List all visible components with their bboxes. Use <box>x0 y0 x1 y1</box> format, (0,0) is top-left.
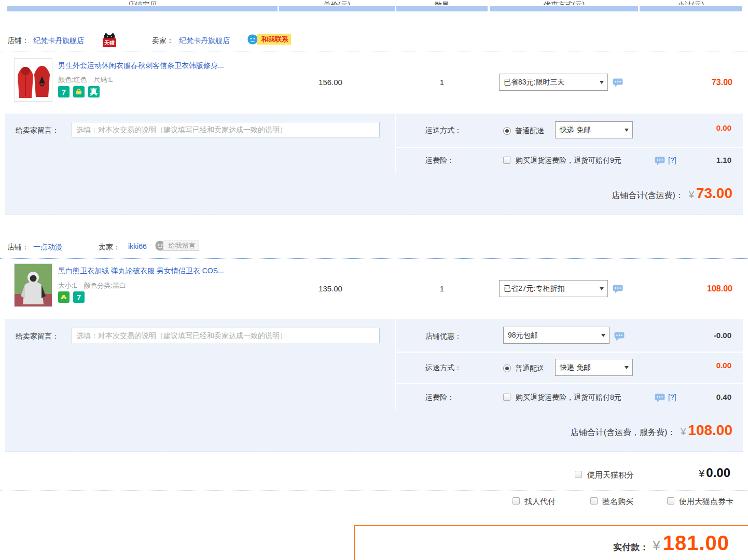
shipping-option-select[interactable]: 快递 免邮 <box>555 121 633 138</box>
footer-divider <box>0 490 748 491</box>
anonymous-purchase-checkbox[interactable] <box>590 497 598 505</box>
standard-delivery-radio[interactable] <box>503 127 511 135</box>
product-sku: 颜色:红色 尺码:L <box>58 75 113 85</box>
line-subtotal: 73.00 <box>643 78 732 87</box>
tmall-points-label: 使用天猫积分 <box>587 470 634 480</box>
promo-chat-icon[interactable] <box>614 332 625 341</box>
promo-price: -0.00 <box>643 331 731 340</box>
standard-delivery-text: 普通配送 <box>515 364 544 373</box>
payment-amount: 181.00 <box>663 531 729 555</box>
shop-name-link[interactable]: 一点动漫 <box>33 243 62 252</box>
header-underline-bar <box>279 6 395 11</box>
payment-label: 实付款： <box>613 541 648 553</box>
tmall-voucher-label: 使用天猫点券卡 <box>679 497 733 507</box>
red-hoodie-image <box>15 59 52 101</box>
standard-delivery-text: 普通配送 <box>515 127 544 136</box>
tmall-points-amount: 0.00 <box>706 466 730 480</box>
column-header-quantity: 数量 <box>396 0 488 5</box>
currency-symbol: ¥ <box>699 468 704 480</box>
checkout-page: 店铺宝贝 单价(元) 数量 优惠方式(元) 小计(元) 店铺： 纪梵卡丹旗舰店 … <box>0 0 748 560</box>
shop-name-link[interactable]: 纪梵卡丹旗舰店 <box>33 36 84 46</box>
header-underline-bar <box>490 6 638 11</box>
column-header-unit-price: 单价(元) <box>279 0 395 5</box>
consumer-protection-leaf-icon <box>58 291 70 303</box>
shipping-price: 0.00 <box>643 361 731 370</box>
discount-chat-icon[interactable] <box>613 285 623 293</box>
discount-select[interactable]: 已省83元:限时三天 <box>499 74 608 91</box>
currency-symbol: ¥ <box>681 427 686 438</box>
panel-divider <box>395 114 396 173</box>
column-header-discount: 优惠方式(元) <box>490 0 638 5</box>
chevron-down-icon <box>625 366 629 369</box>
store-total-amount: 108.00 <box>688 422 732 439</box>
seller-name-link[interactable]: ikki66 <box>128 242 147 250</box>
store-promo-label: 店铺优惠： <box>425 332 462 341</box>
pay-for-me-checkbox[interactable] <box>512 497 520 505</box>
product-thumbnail[interactable] <box>14 58 52 102</box>
shipping-price: 0.00 <box>643 123 731 132</box>
service-badges: 7 <box>58 291 88 303</box>
seven-day-return-icon: 7 <box>73 291 85 303</box>
service-badges: 7 真 <box>58 86 103 97</box>
chevron-down-icon <box>600 81 604 84</box>
tmall-voucher-checkbox[interactable] <box>667 497 674 505</box>
product-thumbnail[interactable] <box>14 263 52 307</box>
discount-chat-icon[interactable] <box>613 78 623 87</box>
insurance-price: 0.40 <box>643 393 731 401</box>
contact-seller-button[interactable]: 和我联系 <box>257 34 291 45</box>
anonymous-purchase-label: 匿名购买 <box>602 497 633 507</box>
chevron-down-icon <box>600 287 604 290</box>
standard-delivery-radio[interactable] <box>503 365 511 372</box>
row-divider <box>396 383 743 384</box>
section-divider <box>0 51 748 51</box>
seller-name-link[interactable]: 纪梵卡丹旗舰店 <box>179 36 230 46</box>
seller-message-input[interactable] <box>72 328 380 343</box>
genuine-goods-icon: 真 <box>88 86 100 97</box>
tmall-points-checkbox[interactable] <box>575 471 582 478</box>
unit-price: 135.00 <box>284 284 377 293</box>
store-end-divider <box>5 452 743 452</box>
product-title-link[interactable]: 黑白熊卫衣加绒 弹丸论破衣服 男女情侣卫衣 COS... <box>58 267 224 276</box>
freight-insurance-text: 购买退货运费险，退货可赔付9元 <box>516 156 621 165</box>
section-divider <box>0 258 748 259</box>
pay-for-me-label: 找人代付 <box>524 497 556 507</box>
currency-symbol: ¥ <box>689 190 694 201</box>
product-sku: 大小:L 颜色分类:黑白 <box>58 281 126 290</box>
payment-total-group: 实付款： ¥ 181.00 <box>519 531 729 555</box>
freight-insurance-checkbox[interactable] <box>503 394 510 401</box>
header-underline-bar <box>396 6 488 11</box>
column-header-subtotal: 小计(元) <box>640 0 742 5</box>
seller-label: 卖家： <box>152 36 174 46</box>
store-total-label: 店铺合计(含运费)： <box>612 190 684 201</box>
freight-insurance-label: 运费险： <box>425 156 454 165</box>
unit-price: 156.00 <box>284 78 377 87</box>
wangwang-online-icon[interactable] <box>247 34 258 45</box>
shipping-method-label: 运送方式： <box>425 363 462 373</box>
row-divider <box>396 147 743 148</box>
seller-message-label: 给卖家留言： <box>16 126 59 135</box>
header-underline-bar <box>640 6 742 11</box>
store-end-divider <box>5 215 743 215</box>
quantity-value: 1 <box>396 284 488 293</box>
discount-select[interactable]: 已省27元:专柜折扣 <box>499 280 608 297</box>
store-promo-select[interactable]: 98元包邮 <box>503 327 610 344</box>
freight-insurance-checkbox[interactable] <box>503 157 510 164</box>
store-total-label: 店铺合计(含运费，服务费)： <box>571 427 676 438</box>
chevron-down-icon <box>625 129 629 132</box>
product-title-link[interactable]: 男生外套运动休闲衣服春秋刺客信条卫衣韩版修身... <box>58 61 224 71</box>
tmall-badge-text: 天猫 <box>103 38 116 47</box>
leave-message-button[interactable]: 给我留言 <box>163 241 199 251</box>
store-total-row: 店铺合计(含运费，服务费)： ¥ 108.00 <box>571 422 732 439</box>
tmall-points-amount-group: ¥ 0.00 <box>643 466 730 480</box>
seller-message-input[interactable] <box>72 122 380 137</box>
line-subtotal: 108.00 <box>643 284 732 293</box>
currency-symbol: ¥ <box>653 538 660 554</box>
store-total-row: 店铺合计(含运费)： ¥ 73.00 <box>612 185 732 202</box>
chevron-down-icon <box>601 334 605 337</box>
shipping-method-label: 运送方式： <box>425 126 462 135</box>
freight-insurance-label: 运费险： <box>425 393 454 402</box>
freight-insurance-text: 购买退货运费险，退货可赔付8元 <box>516 393 621 402</box>
seven-day-return-icon: 7 <box>58 86 70 97</box>
header-underline-bar <box>7 6 278 11</box>
shipping-option-select[interactable]: 快递 免邮 <box>555 359 633 376</box>
